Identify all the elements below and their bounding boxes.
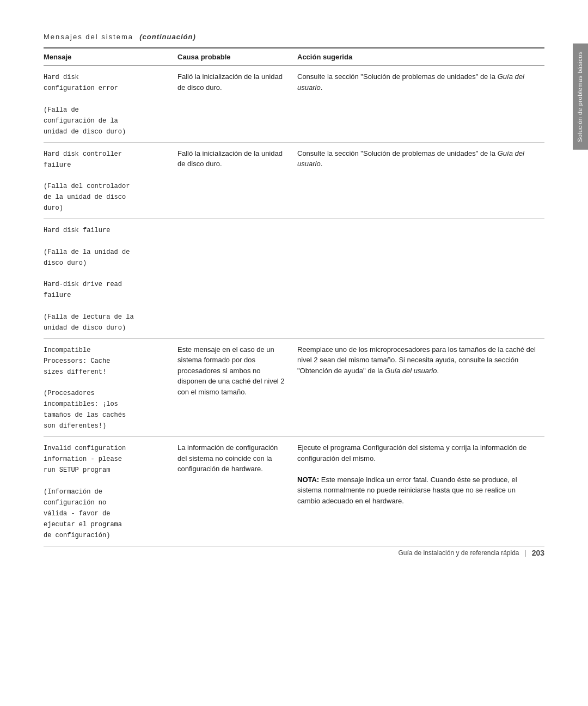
action-text: Consulte la sección "Solución de problem… bbox=[297, 149, 524, 168]
col-header-accion: Acción sugerida bbox=[294, 48, 544, 66]
message-mono: Hard disk controllerfailure bbox=[44, 150, 122, 169]
action-italic: Guía del usuario bbox=[297, 72, 524, 92]
message-cell: Hard disk controllerfailure (Falla del c… bbox=[44, 142, 174, 219]
action-italic: Guía del usuario bbox=[385, 367, 437, 375]
action-cell: Reemplace uno de los microprocesadores p… bbox=[294, 338, 544, 437]
action-cell: Consulte la sección "Solución de problem… bbox=[294, 66, 544, 143]
action-italic: Guía del usuario bbox=[297, 149, 524, 168]
cause-cell bbox=[174, 219, 294, 339]
message-mono: Hard disk failure bbox=[44, 227, 110, 234]
footer-separator: | bbox=[525, 549, 526, 557]
message-translation: (Falla de la unidad dedisco duro) bbox=[44, 248, 130, 267]
table-header-row: Mensaje Causa probable Acción sugerida bbox=[44, 48, 544, 66]
action-cell: Consulte la sección "Solución de problem… bbox=[294, 142, 544, 219]
table-row: Hard disk failure (Falla de la unidad de… bbox=[44, 219, 544, 339]
section-title-continuation: (continuación) bbox=[139, 33, 196, 41]
cause-text: Falló la inicialización de la unidad de … bbox=[177, 149, 283, 168]
cause-text: Falló la inicialización de la unidad de … bbox=[177, 72, 283, 92]
section-title: Mensajes del sistema (continuación) bbox=[44, 33, 544, 41]
cause-cell: Este mensaje en el caso de un sistema fo… bbox=[174, 338, 294, 437]
footer-page: 203 bbox=[532, 549, 544, 557]
cause-cell: Falló la inicialización de la unidad de … bbox=[174, 142, 294, 219]
table-row: Hard diskconfiguration error (Falla deco… bbox=[44, 66, 544, 143]
action-cell: Ejecute el programa Configuración del si… bbox=[294, 437, 544, 546]
footer: Guía de instalación y de referencia rápi… bbox=[44, 549, 544, 557]
col-header-causa: Causa probable bbox=[174, 48, 294, 66]
action-cell bbox=[294, 219, 544, 339]
message-translation-2: (Falla de lectura de launidad de disco d… bbox=[44, 313, 134, 332]
action-text-part1: Ejecute el programa Configuración del si… bbox=[297, 443, 526, 462]
cause-text: Este mensaje en el caso de un sistema fo… bbox=[177, 345, 285, 396]
message-mono-2: Hard-disk drive readfailure bbox=[44, 281, 122, 299]
message-mono: Hard diskconfiguration error bbox=[44, 74, 118, 92]
table-row: IncompatibleProcessors: Cachesizes diffe… bbox=[44, 338, 544, 437]
message-translation: (Falla del controladorde la unidad de di… bbox=[44, 182, 130, 212]
message-mono: IncompatibleProcessors: Cachesizes diffe… bbox=[44, 346, 110, 376]
page-container: Solución de problemas básicos Mensajes d… bbox=[0, 0, 588, 579]
message-translation: (Procesadoresincompatibles: ¡lostamaños … bbox=[44, 389, 126, 430]
side-tab: Solución de problemas básicos bbox=[573, 44, 588, 150]
cause-cell: La información de configuración del sist… bbox=[174, 437, 294, 546]
footer-text: Guía de instalación y de referencia rápi… bbox=[398, 549, 519, 557]
table-row: Hard disk controllerfailure (Falla del c… bbox=[44, 142, 544, 219]
section-title-main: Mensajes del sistema bbox=[44, 33, 133, 41]
message-mono: Invalid configurationinformation - pleas… bbox=[44, 445, 126, 474]
message-cell: IncompatibleProcessors: Cachesizes diffe… bbox=[44, 338, 174, 437]
cause-cell: Falló la inicialización de la unidad de … bbox=[174, 66, 294, 143]
note-label: NOTA: bbox=[297, 476, 319, 484]
message-cell: Hard diskconfiguration error (Falla deco… bbox=[44, 66, 174, 143]
main-table: Mensaje Causa probable Acción sugerida H… bbox=[44, 47, 544, 546]
table-row: Invalid configurationinformation - pleas… bbox=[44, 437, 544, 546]
action-text: Reemplace uno de los microprocesadores p… bbox=[297, 345, 536, 375]
message-translation: (Falla deconfiguración de launidad de di… bbox=[44, 106, 126, 136]
side-tab-text: Solución de problemas básicos bbox=[577, 51, 583, 142]
message-translation: (Información deconfiguración noválida - … bbox=[44, 488, 122, 539]
cause-text: La información de configuración del sist… bbox=[177, 443, 278, 473]
message-cell: Invalid configurationinformation - pleas… bbox=[44, 437, 174, 546]
action-note: NOTA: Este mensaje indica un error fatal… bbox=[297, 476, 517, 505]
action-text: Consulte la sección "Solución de problem… bbox=[297, 72, 524, 92]
message-cell: Hard disk failure (Falla de la unidad de… bbox=[44, 219, 174, 339]
col-header-mensaje: Mensaje bbox=[44, 48, 174, 66]
